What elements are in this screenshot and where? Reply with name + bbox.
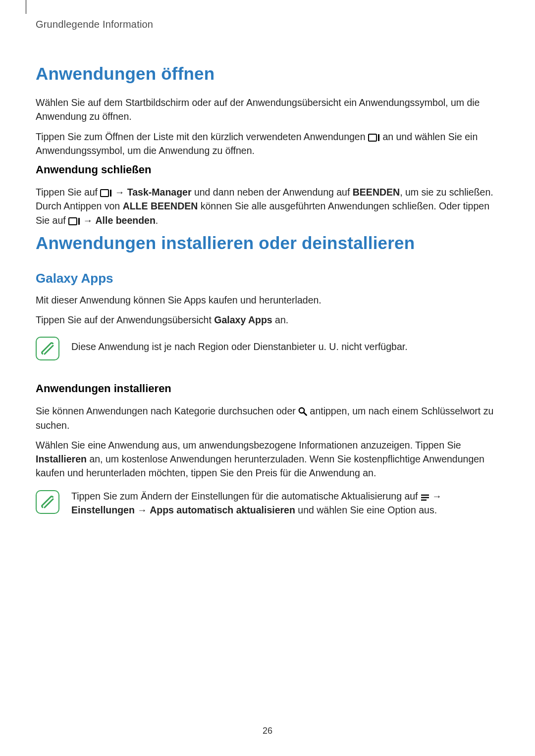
text: und wählen Sie eine Option aus.: [295, 504, 437, 515]
text: Tippen Sie zum Öffnen der Liste mit den …: [36, 131, 368, 142]
paragraph: Tippen Sie auf der Anwendungsübersicht G…: [36, 313, 500, 327]
bold-text: Galaxy Apps: [214, 314, 272, 325]
text: und dann neben der Anwendung auf: [191, 187, 352, 198]
note-text: Tippen Sie zum Ändern der Einstellungen …: [71, 489, 500, 517]
page-header: Grundlegende Information: [36, 19, 500, 30]
text: Tippen Sie auf der Anwendungsübersicht: [36, 314, 214, 325]
note-block: Tippen Sie zum Ändern der Einstellungen …: [36, 489, 500, 517]
note-icon: [36, 337, 59, 360]
text: Wählen Sie eine Anwendung aus, um anwend…: [36, 440, 461, 451]
note-text: Diese Anwendung ist je nach Region oder …: [71, 336, 408, 353]
search-icon: [298, 407, 307, 416]
document-page: Grundlegende Information Anwendungen öff…: [0, 0, 535, 517]
note-icon: [36, 490, 59, 514]
page-number: 26: [0, 726, 535, 736]
recent-apps-icon: [100, 189, 112, 198]
text: →: [429, 491, 442, 502]
section-title-open-apps: Anwendungen öffnen: [36, 64, 500, 84]
svg-rect-0: [369, 134, 376, 141]
svg-rect-5: [78, 218, 80, 225]
bold-text: ALLE BEENDEN: [123, 201, 198, 211]
svg-line-7: [304, 412, 307, 415]
paragraph: Wählen Sie eine Anwendung aus, um anwend…: [36, 438, 500, 480]
menu-icon: [421, 493, 429, 502]
text: .: [156, 215, 158, 226]
section-title-install-uninstall: Anwendungen installieren oder deinstalli…: [36, 233, 500, 253]
text: →: [112, 187, 127, 198]
text: Sie können Anwendungen nach Kategorie du…: [36, 405, 298, 416]
note-block: Diese Anwendung ist je nach Region oder …: [36, 336, 500, 360]
subsection-title-install-apps: Anwendungen installieren: [36, 382, 500, 395]
subsection-title-close-app: Anwendung schließen: [36, 163, 500, 176]
paragraph: Wählen Sie auf dem Startbildschirm oder …: [36, 96, 500, 124]
recent-apps-icon: [68, 217, 80, 226]
svg-rect-3: [110, 190, 111, 197]
paragraph: Sie können Anwendungen nach Kategorie du…: [36, 404, 500, 432]
text: an.: [272, 314, 289, 325]
paragraph: Tippen Sie auf → Task-Manager und dann n…: [36, 185, 500, 227]
paragraph: Mit dieser Anwendung können Sie Apps kau…: [36, 293, 500, 307]
text: →: [135, 504, 150, 515]
paragraph: Tippen Sie zum Öffnen der Liste mit den …: [36, 130, 500, 158]
bold-text: Installieren: [36, 454, 87, 464]
bold-text: BEENDEN: [353, 187, 400, 198]
text: Tippen Sie auf: [36, 187, 100, 198]
text: an, um kostenlose Anwendungen herunterzu…: [36, 454, 484, 478]
bold-text: Alle beenden: [95, 215, 155, 226]
text: Tippen Sie zum Ändern der Einstellungen …: [71, 491, 421, 502]
svg-rect-4: [69, 218, 77, 225]
subsection-title-galaxy-apps: Galaxy Apps: [36, 271, 500, 286]
text: →: [80, 215, 95, 226]
svg-rect-2: [101, 190, 108, 197]
svg-rect-1: [378, 134, 379, 141]
bold-text: Apps automatisch aktualisieren: [150, 504, 295, 515]
bold-text: Einstellungen: [71, 504, 135, 515]
bold-text: Task-Manager: [127, 187, 192, 198]
recent-apps-icon: [368, 133, 380, 142]
top-rule-mark: [26, 0, 26, 14]
